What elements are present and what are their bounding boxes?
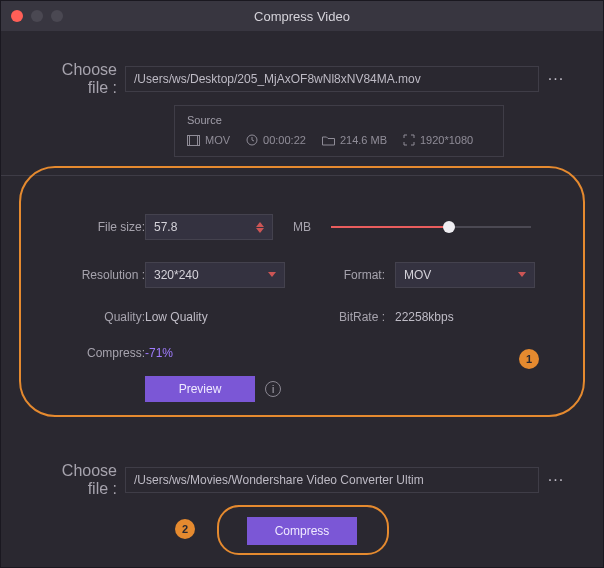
input-file-path[interactable]: /Users/ws/Desktop/205_MjAxOF8wNl8xNV84MA…	[125, 66, 539, 92]
format-select[interactable]: MOV	[395, 262, 535, 288]
svg-rect-1	[190, 135, 198, 145]
file-size-slider[interactable]	[331, 219, 531, 235]
output-file-label: Choose file :	[39, 462, 117, 498]
file-size-input[interactable]: 57.8	[145, 214, 273, 240]
chevron-down-icon	[518, 272, 526, 278]
source-info-box: Source MOV 00:00:22 214.6 MB 1920*1080	[174, 105, 504, 157]
chevron-down-icon	[268, 272, 276, 278]
compress-ratio-label: Compress:	[57, 346, 145, 360]
close-window-button[interactable]	[11, 10, 23, 22]
format-label: Format:	[325, 268, 385, 282]
input-file-row: Choose file : /Users/ws/Desktop/205_MjAx…	[39, 61, 565, 97]
browse-output-button[interactable]: ···	[547, 471, 565, 489]
quality-value: Low Quality	[145, 310, 285, 324]
info-icon[interactable]: i	[265, 381, 281, 397]
minimize-window-button[interactable]	[31, 10, 43, 22]
folder-icon	[322, 135, 335, 146]
source-duration: 00:00:22	[246, 134, 306, 146]
expand-icon	[403, 134, 415, 146]
resolution-select[interactable]: 320*240	[145, 262, 285, 288]
preview-button[interactable]: Preview	[145, 376, 255, 402]
quality-label: Quality:	[57, 310, 145, 324]
bitrate-label: BitRate :	[325, 310, 385, 324]
source-format: MOV	[187, 134, 230, 146]
clock-icon	[246, 134, 258, 146]
browse-input-button[interactable]: ···	[547, 70, 565, 88]
source-size: 214.6 MB	[322, 134, 387, 146]
output-file-path[interactable]: /Users/ws/Movies/Wondershare Video Conve…	[125, 467, 539, 493]
settings-panel: File size: 57.8 MB	[39, 198, 565, 426]
compress-video-window: Compress Video Choose file : /Users/ws/D…	[0, 0, 604, 568]
file-size-unit: MB	[293, 220, 325, 234]
input-file-label: Choose file :	[39, 61, 117, 97]
spin-up-icon[interactable]	[256, 221, 264, 227]
source-resolution: 1920*1080	[403, 134, 473, 146]
window-title: Compress Video	[254, 9, 350, 24]
spin-down-icon[interactable]	[256, 228, 264, 234]
resolution-label: Resolution :	[57, 268, 145, 282]
slider-thumb[interactable]	[443, 221, 455, 233]
compress-button[interactable]: Compress	[247, 517, 357, 545]
bitrate-value: 22258kbps	[395, 310, 454, 324]
file-size-label: File size:	[57, 220, 145, 234]
output-file-row: Choose file : /Users/ws/Movies/Wondersha…	[39, 462, 565, 498]
film-icon	[187, 135, 200, 146]
source-heading: Source	[187, 114, 491, 126]
window-controls	[11, 10, 63, 22]
compress-ratio-value: -71%	[145, 346, 285, 360]
titlebar: Compress Video	[1, 1, 603, 31]
divider	[1, 175, 603, 176]
zoom-window-button[interactable]	[51, 10, 63, 22]
